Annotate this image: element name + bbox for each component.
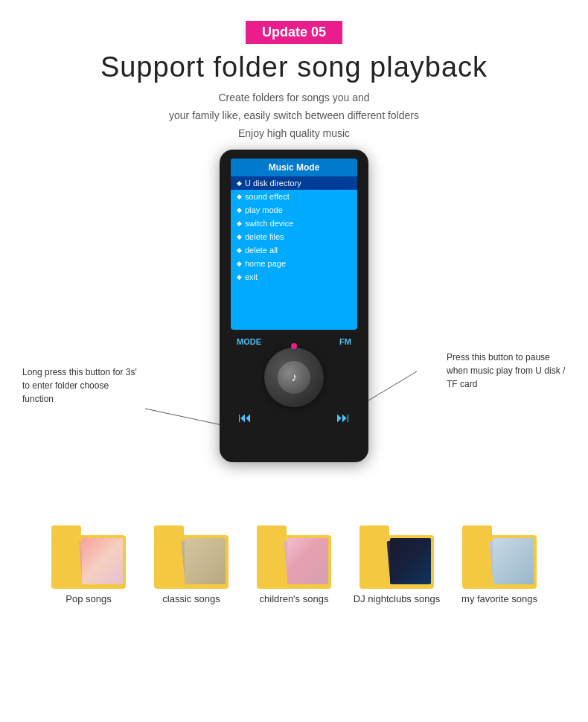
folder-favorite[interactable]: my favorite songs — [455, 525, 544, 604]
menu-label-1: sound effect — [245, 192, 290, 201]
menu-item-5[interactable]: ◆ delete all — [231, 243, 357, 257]
menu-label-0: U disk directory — [245, 179, 301, 188]
folder-tab-classic — [154, 525, 184, 536]
diamond-icon-1: ◆ — [237, 193, 242, 200]
menu-label-6: home page — [245, 259, 286, 268]
folder-photo-dj — [390, 538, 431, 584]
subtitle-line1: Create folders for songs you and — [218, 92, 369, 103]
folder-photo-children — [287, 538, 328, 584]
subtitle: Create folders for songs you and your fa… — [0, 89, 588, 142]
subtitle-line3: Enjoy high quality music — [238, 127, 350, 139]
folder-photo-classic — [185, 538, 226, 584]
circle-inner[interactable]: ♪ — [278, 361, 310, 394]
folder-body-children — [257, 535, 331, 589]
folder-children[interactable]: children's songs — [249, 525, 339, 604]
folders-section: Pop songs classic songs children's songs — [0, 514, 588, 604]
diamond-icon-4: ◆ — [237, 233, 242, 240]
menu-item-3[interactable]: ◆ switch device — [231, 217, 357, 230]
mode-label[interactable]: MODE — [237, 337, 261, 346]
header: Update 05 Support folder song playback C… — [0, 0, 588, 142]
diamond-icon-5: ◆ — [237, 246, 242, 254]
svg-line-0 — [145, 409, 222, 425]
menu-label-2: play mode — [245, 205, 283, 214]
screen-title: Music Mode — [231, 159, 357, 176]
folder-tab-favorite — [462, 525, 492, 536]
menu-label-7: exit — [245, 272, 258, 281]
nav-row: ⏮ ⏭ — [231, 410, 357, 426]
menu-label-4: delete files — [245, 232, 284, 241]
diamond-icon-0: ◆ — [237, 179, 242, 187]
next-button[interactable]: ⏭ — [336, 410, 350, 426]
right-annotation-text: Press this button to pause when music pl… — [447, 351, 566, 391]
folder-icon-favorite — [462, 525, 537, 589]
subtitle-line2: your family like, easily switch between … — [169, 109, 419, 121]
left-annotation-text: Long press this button for 3s' to enter … — [22, 365, 141, 406]
svg-line-1 — [365, 371, 417, 403]
folder-icon-pop — [51, 525, 126, 589]
folder-photo-pop — [82, 538, 123, 584]
folder-tab-children — [257, 525, 287, 536]
device-area: Long press this button for 3s' to enter … — [0, 150, 588, 514]
prev-button[interactable]: ⏮ — [238, 410, 252, 426]
folder-body-classic — [154, 535, 229, 589]
menu-item-2[interactable]: ◆ play mode — [231, 203, 357, 217]
folder-dj[interactable]: DJ nightclubs songs — [352, 525, 441, 604]
menu-label-3: switch device — [245, 219, 293, 228]
diamond-icon-2: ◆ — [237, 206, 242, 214]
folder-body-dj — [359, 535, 434, 589]
folder-icon-dj — [359, 525, 434, 589]
mp3-player: Music Mode ◆ U disk directory ◆ sound ef… — [220, 150, 368, 462]
red-dot — [291, 343, 297, 349]
folder-icon-children — [257, 525, 331, 589]
circle-control[interactable]: ♪ — [264, 348, 324, 407]
diamond-icon-3: ◆ — [237, 220, 242, 227]
folder-label-classic: classic songs — [162, 593, 220, 604]
diamond-icon-6: ◆ — [237, 260, 242, 267]
diamond-icon-7: ◆ — [237, 273, 242, 281]
menu-label-5: delete all — [245, 246, 278, 255]
folder-photo-favorite — [493, 538, 534, 584]
folder-body-pop — [51, 535, 126, 589]
device-screen: Music Mode ◆ U disk directory ◆ sound ef… — [231, 159, 357, 330]
music-note-icon: ♪ — [291, 371, 297, 384]
update-badge: Update 05 — [246, 21, 342, 44]
folder-label-pop: Pop songs — [65, 593, 111, 604]
folder-label-children: children's songs — [260, 593, 329, 604]
main-title: Support folder song playback — [0, 51, 588, 83]
folder-icon-classic — [154, 525, 229, 589]
annotation-left: Long press this button for 3s' to enter … — [22, 365, 141, 406]
folder-tab-pop — [51, 525, 81, 536]
device-controls: MODE FM ♪ ⏮ ⏭ — [231, 337, 357, 426]
menu-item-0[interactable]: ◆ U disk directory — [231, 176, 357, 190]
menu-item-6[interactable]: ◆ home page — [231, 257, 357, 270]
folder-label-dj: DJ nightclubs songs — [354, 593, 440, 604]
annotation-right: Press this button to pause when music pl… — [447, 351, 566, 391]
menu-item-1[interactable]: ◆ sound effect — [231, 190, 357, 203]
folder-pop[interactable]: Pop songs — [44, 525, 133, 604]
folder-tab-dj — [359, 525, 389, 536]
folder-body-favorite — [462, 535, 537, 589]
menu-item-7[interactable]: ◆ exit — [231, 270, 357, 284]
folder-classic[interactable]: classic songs — [147, 525, 236, 604]
folder-label-favorite: my favorite songs — [461, 593, 537, 604]
fm-label[interactable]: FM — [339, 337, 351, 346]
menu-item-4[interactable]: ◆ delete files — [231, 230, 357, 243]
